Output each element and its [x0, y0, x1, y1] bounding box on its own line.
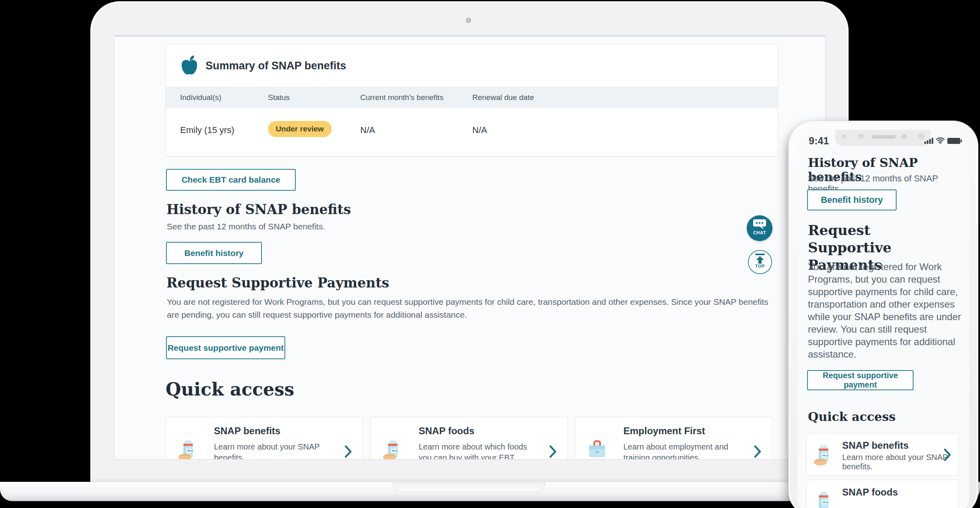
quick-access-card-snap-foods[interactable]: MILK SNAP foods [806, 480, 959, 508]
cell-renewal-due: N/A [472, 125, 487, 135]
milk-icon: MILK [177, 437, 199, 460]
battery-icon [947, 138, 960, 144]
camera-icon [918, 134, 924, 139]
chevron-right-icon [344, 445, 353, 458]
signal-icon [924, 138, 933, 144]
request-supportive-payment-button[interactable]: Request supportive payment [807, 370, 914, 390]
supportive-section-title: Request Supportive Payments [166, 275, 389, 291]
quick-access-row: MILK SNAP benefits Learn more about your… [166, 417, 772, 460]
phone-mockup: 9:41 History of SNAP benefits See the pa… [789, 121, 978, 508]
status-badge: Under review [268, 121, 332, 137]
quick-access-card-snap-benefits[interactable]: MILK SNAP benefits Learn more about your… [166, 417, 363, 460]
laptop-camera-icon [466, 18, 471, 23]
wifi-icon [936, 137, 945, 144]
card-title: SNAP foods [419, 425, 474, 437]
card-title: SNAP benefits [214, 425, 280, 437]
briefcase-icon [586, 437, 608, 460]
card-description: Learn more about your SNAP benefits. [842, 453, 949, 471]
camera-icon [858, 134, 864, 139]
arrow-up-icon [754, 253, 766, 264]
cell-individual: Emily (15 yrs) [180, 125, 234, 135]
col-header-current-benefits: Current month's benefits [360, 87, 443, 107]
cell-current-benefits: N/A [360, 125, 375, 135]
col-header-status: Status [268, 87, 290, 107]
quick-access-card-employment-first[interactable]: Employment First Learn about employment … [575, 417, 772, 460]
check-ebt-balance-button[interactable]: Check EBT card balance [166, 169, 296, 191]
svg-text:MILK: MILK [187, 450, 193, 452]
top-button-label: TOP [749, 264, 771, 269]
milk-icon: MILK [812, 489, 834, 508]
chat-button[interactable]: CHAT [747, 215, 772, 241]
svg-text:MILK: MILK [822, 454, 828, 457]
page-top-divider [114, 35, 825, 37]
summary-card-title: Summary of SNAP benefits [206, 44, 346, 87]
col-header-renewal-due: Renewal due date [472, 87, 534, 107]
speaker-icon [872, 135, 896, 139]
status-time: 9:41 [809, 135, 829, 147]
chat-bubble-icon [752, 218, 767, 230]
laptop-base-notch [392, 482, 546, 493]
supportive-section-body: You are not registered for Work Programs… [167, 296, 778, 321]
card-description: Learn more about your SNAP benefits. [214, 441, 336, 460]
sensor-icon [842, 135, 846, 139]
chevron-right-icon [943, 448, 952, 462]
history-section-subtitle: See the past 12 months of SNAP benefits. [167, 222, 325, 231]
chat-button-label: CHAT [747, 230, 772, 235]
history-section-title: History of SNAP benefits [166, 202, 351, 217]
back-to-top-button[interactable]: TOP [748, 250, 772, 274]
chevron-right-icon [753, 445, 762, 458]
card-title: Employment First [623, 425, 705, 437]
chevron-right-icon [548, 445, 557, 458]
summary-card: Summary of SNAP benefits Individual(s) S… [166, 44, 778, 156]
laptop-lid: Summary of SNAP benefits Individual(s) S… [91, 2, 848, 482]
svg-text:MILK: MILK [822, 501, 828, 504]
milk-icon: MILK [382, 437, 403, 460]
col-header-individual: Individual(s) [180, 87, 221, 107]
request-supportive-payment-button[interactable]: Request supportive payment [166, 336, 285, 359]
laptop-screen: Summary of SNAP benefits Individual(s) S… [114, 35, 826, 460]
benefit-history-button[interactable]: Benefit history [166, 242, 262, 264]
quick-access-card-snap-benefits[interactable]: MILK SNAP benefits Learn more about your… [806, 433, 959, 476]
quick-access-card-snap-foods[interactable]: MILK SNAP foods Learn more about which f… [370, 417, 567, 460]
phone-screen: 9:41 History of SNAP benefits See the pa… [797, 130, 969, 508]
svg-text:MILK: MILK [392, 450, 398, 452]
supportive-section-body: You are not registered for Work Programs… [808, 260, 969, 360]
phone-notch [835, 130, 931, 146]
card-description: Learn about employment and training oppo… [623, 441, 745, 460]
benefit-history-button[interactable]: Benefit history [807, 189, 897, 210]
card-title: SNAP benefits [842, 440, 909, 451]
sensor-icon [902, 134, 907, 139]
summary-card-header: Summary of SNAP benefits [166, 44, 778, 87]
table-header-row: Individual(s) Status Current month's ben… [166, 87, 778, 108]
apple-icon [181, 54, 198, 77]
milk-icon: MILK [812, 442, 834, 466]
table-row: Emily (15 yrs) Under review N/A N/A [166, 107, 778, 156]
card-title: SNAP foods [842, 487, 898, 498]
status-icons [924, 137, 960, 144]
quick-access-title: Quick access [808, 410, 896, 424]
card-description: Learn more about which foods you can buy… [419, 441, 540, 460]
quick-access-title: Quick access [166, 379, 294, 400]
